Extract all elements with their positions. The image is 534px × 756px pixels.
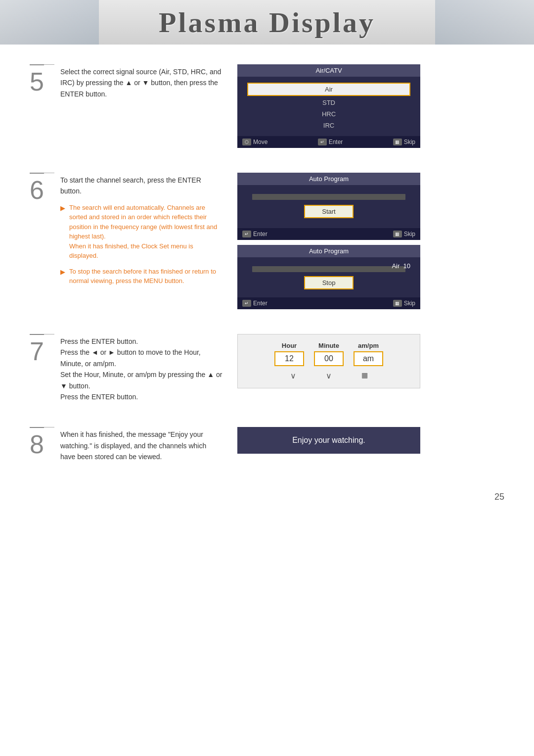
aircatv-item-irc[interactable]: IRC <box>247 120 410 131</box>
clock-enter-icon: ▦ <box>361 371 368 380</box>
clock-minute-label: Minute <box>318 342 339 349</box>
enter-icon-2: ↵ <box>242 231 251 237</box>
footer-enter-3[interactable]: ↵ Enter <box>242 300 267 307</box>
aircatv-item-air[interactable]: Air <box>247 83 410 96</box>
enter-icon-3: ↵ <box>242 300 251 307</box>
page-content: 5 Select the correct signal source (Air,… <box>0 45 534 517</box>
enjoy-panel: Enjoy your watching. <box>237 427 420 454</box>
step-7-row: 7 Press the ENTER button.Press the ◄ or … <box>30 334 504 402</box>
step-7-left: 7 Press the ENTER button.Press the ◄ or … <box>30 334 237 402</box>
step-7-text: Press the ENTER button.Press the ◄ or ► … <box>60 334 222 402</box>
footer-enter-label: Enter <box>329 139 343 145</box>
clock-minute-value[interactable]: 00 <box>314 351 344 366</box>
step-6-bullet-1: The search will end automatically. Chann… <box>60 203 222 261</box>
autoprogram-running-footer: ↵ Enter ▦ Skip <box>237 297 420 309</box>
clock-minute-col: Minute 00 <box>314 342 344 366</box>
step-6-number: 6 <box>30 173 44 204</box>
step-8-right: Enjoy your watching. <box>237 427 425 454</box>
step-5-row: 5 Select the correct signal source (Air,… <box>30 64 504 148</box>
step-6-left: 6 To start the channel search, press the… <box>30 173 237 286</box>
clock-hour-col: Hour 12 <box>274 342 304 366</box>
clock-down-arrow-1: ∨ <box>290 371 296 380</box>
clock-ampm-value[interactable]: am <box>354 351 383 366</box>
move-icon: ⬡ <box>242 139 251 145</box>
progress-bar <box>252 194 405 200</box>
step-5-right: Air/CATV Air STD HRC IRC ⬡ Move ↵ Enter <box>237 64 425 148</box>
step-7-header: 7 Press the ENTER button.Press the ◄ or … <box>30 334 222 402</box>
footer-enter-2[interactable]: ↵ Enter <box>242 231 267 237</box>
stop-button[interactable]: Stop <box>304 276 354 289</box>
footer-enter-label-3: Enter <box>253 300 267 307</box>
clock-ampm-col: am/pm am <box>354 342 383 366</box>
footer-skip-label-3: Skip <box>404 300 415 307</box>
enjoy-message: Enjoy your watching. <box>292 436 365 444</box>
autoprogram-running-panel: Auto Program Air 10 Stop ↵ Enter ▦ Skip <box>237 245 420 309</box>
start-button[interactable]: Start <box>304 205 354 218</box>
clock-down-arrow-2: ∨ <box>326 371 332 380</box>
clock-arrows: ∨ ∨ ▦ <box>248 371 410 380</box>
footer-move-label: Move <box>253 139 267 145</box>
air-channel-label: Air 10 <box>392 262 410 270</box>
step-8-left: 8 When it has finished, the message "Enj… <box>30 427 237 462</box>
autoprogram-start-title: Auto Program <box>237 173 420 185</box>
page-header: Plasma Display <box>0 0 534 45</box>
step-8-text: When it has finished, the message "Enjoy… <box>60 427 222 462</box>
footer-skip-3[interactable]: ▦ Skip <box>393 300 415 307</box>
footer-enter[interactable]: ↵ Enter <box>318 139 343 145</box>
clock-values-row: Hour 12 Minute 00 am/pm am <box>248 342 410 366</box>
clock-hour-label: Hour <box>282 342 297 349</box>
step-6-right: Auto Program Start ↵ Enter ▦ Skip <box>237 173 425 309</box>
aircatv-footer: ⬡ Move ↵ Enter ▦ Skip <box>237 136 420 148</box>
step-5-header: 5 Select the correct signal source (Air,… <box>30 64 222 99</box>
aircatv-item-hrc[interactable]: HRC <box>247 108 410 120</box>
step-5-number: 5 <box>30 64 44 96</box>
aircatv-panel: Air/CATV Air STD HRC IRC ⬡ Move ↵ Enter <box>237 64 420 148</box>
skip-icon: ▦ <box>393 139 402 145</box>
footer-skip-label-2: Skip <box>404 231 415 237</box>
footer-skip-2[interactable]: ▦ Skip <box>393 231 415 237</box>
step-7-number: 7 <box>30 334 44 366</box>
footer-skip-label: Skip <box>404 139 415 145</box>
skip-icon-3: ▦ <box>393 300 402 307</box>
step-5-text: Select the correct signal source (Air, S… <box>60 64 222 99</box>
autoprogram-start-body: Start <box>237 185 420 228</box>
step-6-row: 6 To start the channel search, press the… <box>30 173 504 309</box>
step-8-number: 8 <box>30 427 44 459</box>
running-progress-bar <box>252 266 405 272</box>
page-title: Plasma Display <box>159 6 375 39</box>
footer-skip[interactable]: ▦ Skip <box>393 139 415 145</box>
step-5-left: 5 Select the correct signal source (Air,… <box>30 64 237 99</box>
clock-panel: Hour 12 Minute 00 am/pm am ∨ ∨ ▦ <box>237 334 420 388</box>
aircatv-title: Air/CATV <box>237 64 420 77</box>
autoprogram-running-title: Auto Program <box>237 245 420 257</box>
skip-icon-2: ▦ <box>393 231 402 237</box>
header-bg-right <box>435 0 534 45</box>
footer-move: ⬡ Move <box>242 139 267 145</box>
clock-ampm-label: am/pm <box>358 342 379 349</box>
aircatv-body: Air STD HRC IRC <box>237 77 420 136</box>
step-6-header: 6 To start the channel search, press the… <box>30 173 222 286</box>
autoprogram-start-panel: Auto Program Start ↵ Enter ▦ Skip <box>237 173 420 240</box>
autoprogram-running-body: Air 10 Stop <box>237 257 420 297</box>
header-bg-left <box>0 0 99 45</box>
aircatv-item-std[interactable]: STD <box>247 97 410 108</box>
footer-enter-label-2: Enter <box>253 231 267 237</box>
step-6-bullet-2: To stop the search before it has finishe… <box>60 267 222 286</box>
step-8-row: 8 When it has finished, the message "Enj… <box>30 427 504 462</box>
autoprogram-start-footer: ↵ Enter ▦ Skip <box>237 228 420 240</box>
clock-hour-value[interactable]: 12 <box>274 351 304 366</box>
step-8-header: 8 When it has finished, the message "Enj… <box>30 427 222 462</box>
step-6-text: To start the channel search, press the E… <box>60 173 222 197</box>
enter-icon: ↵ <box>318 139 327 145</box>
step-7-right: Hour 12 Minute 00 am/pm am ∨ ∨ ▦ <box>237 334 425 388</box>
page-number: 25 <box>494 492 504 502</box>
